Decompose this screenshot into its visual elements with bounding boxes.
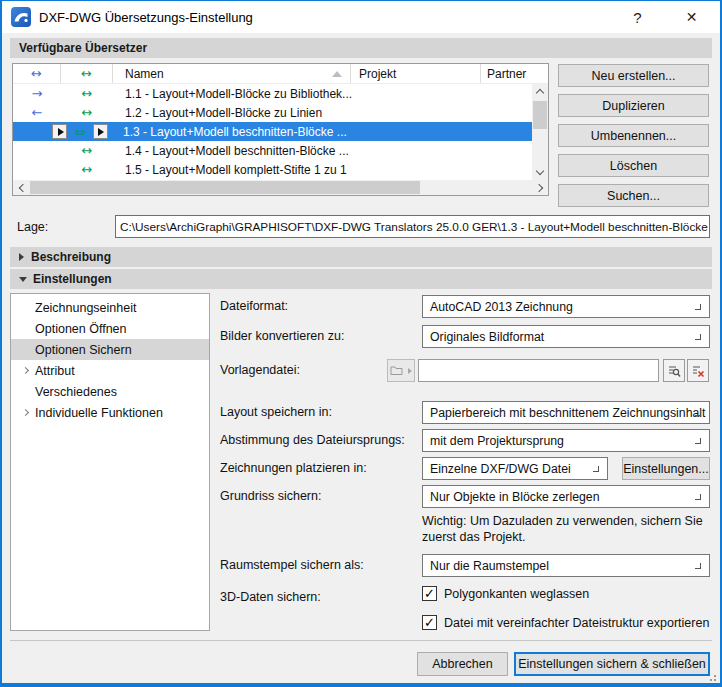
- scroll-up-icon[interactable]: [532, 84, 548, 99]
- bilder-value: Originales Bildformat: [430, 330, 544, 344]
- chevron-down-icon: [695, 438, 701, 444]
- translator-row[interactable]: → ↔ 1.1 - Layout+Modell-Blöcke zu Biblio…: [13, 84, 548, 103]
- column-namen-label: Namen: [125, 67, 164, 81]
- tree-item-label: Verschiedenes: [35, 385, 117, 399]
- resize-grip[interactable]: [706, 671, 716, 681]
- dateiformat-value: AutoCAD 2013 Zeichnung: [430, 300, 573, 314]
- location-label: Lage:: [17, 220, 48, 234]
- bilder-select[interactable]: Originales Bildformat: [422, 325, 710, 348]
- zeichnungen-select[interactable]: Einzelne DXF/DWG Datei: [422, 457, 608, 480]
- flyout-arrow-icon: [408, 368, 412, 374]
- location-path: C:\Users\ArchiGraphi\GRAPHISOFT\DXF-DWG …: [120, 220, 710, 234]
- raumstempel-select[interactable]: Nur die Raumstempel: [422, 554, 710, 577]
- grundriss-select[interactable]: Nur Objekte in Blöcke zerlegen: [422, 485, 710, 508]
- duplicate-button[interactable]: Duplizieren: [558, 94, 709, 117]
- search-button[interactable]: Suchen...: [558, 184, 709, 207]
- column-namen[interactable]: Namen: [113, 64, 351, 83]
- list-clear-icon: [691, 364, 705, 378]
- checkbox-checked-icon[interactable]: ✓: [422, 586, 437, 601]
- tree-item-optionen-oeffnen[interactable]: Optionen Öffnen: [11, 318, 209, 339]
- footer-divider: [10, 640, 712, 641]
- tree-item-optionen-sichern[interactable]: Optionen Sichern: [11, 339, 209, 360]
- tree-item-label: Optionen Sichern: [35, 343, 132, 357]
- export-arrow-icon: →: [32, 87, 43, 100]
- bilder-label: Bilder konvertieren zu:: [220, 329, 344, 343]
- grundriss-value: Nur Objekte in Blöcke zerlegen: [430, 490, 600, 504]
- bidirectional-link-icon: ⇔: [74, 125, 86, 139]
- raumstempel-value: Nur die Raumstempel: [430, 559, 549, 573]
- folder-icon: [390, 365, 406, 376]
- abstimmung-select[interactable]: mit dem Projektursprung: [422, 429, 710, 452]
- tree-item-label: Attribut: [35, 364, 75, 378]
- grundriss-label: Grundriss sichern:: [220, 489, 321, 503]
- scroll-down-icon[interactable]: [532, 165, 548, 180]
- help-button[interactable]: ?: [615, 1, 660, 33]
- delete-button[interactable]: Löschen: [558, 154, 709, 177]
- tree-item-label: Zeichnungseinheit: [35, 301, 136, 315]
- translator-name: 1.3 - Layout+Modell beschnitten-Blöcke .…: [113, 125, 347, 139]
- sort-ascending-icon: [332, 71, 342, 77]
- template-folder-button[interactable]: [387, 359, 415, 382]
- vorlagendatei-label: Vorlagendatei:: [220, 363, 300, 377]
- horizontal-scroll-thumb[interactable]: [30, 181, 420, 194]
- browse-template-button[interactable]: [663, 359, 685, 382]
- translator-name: 1.1 - Layout+Modell-Blöcke zu Bibliothek…: [113, 87, 352, 101]
- tree-item-individuelle-funktionen[interactable]: Individuelle Funktionen: [11, 402, 209, 423]
- translator-list: ↔ ↔ Namen Projekt Partner → ↔ 1.1 - Layo…: [12, 63, 549, 196]
- scroll-left-icon[interactable]: [13, 180, 29, 195]
- column-link-direction[interactable]: ↔: [61, 64, 113, 83]
- save-and-close-button[interactable]: Einstellungen sichern & schließen: [514, 652, 710, 676]
- daten3d-label: 3D-Daten sichern:: [220, 590, 321, 604]
- section-beschreibung-label: Beschreibung: [31, 250, 111, 264]
- translator-row[interactable]: ← ↔ 1.2 - Layout+Modell-Blöcke zu Linien: [13, 103, 548, 122]
- drawing-settings-button[interactable]: Einstellungen...: [622, 457, 710, 480]
- important-note: Wichtig: Um Dazuladen zu verwenden, sich…: [422, 514, 712, 545]
- column-export-direction[interactable]: ↔: [13, 64, 61, 83]
- checkbox-row[interactable]: ✓ Polygonkanten weglassen: [422, 586, 589, 601]
- tree-item-attribut[interactable]: Attribut: [11, 360, 209, 381]
- title-bar: DXF-DWG Übersetzungs-Einstellung ? ✕: [2, 1, 720, 33]
- template-file-input[interactable]: [418, 359, 659, 382]
- chevron-down-icon: [695, 494, 701, 500]
- bidirectional-green-icon: ↔: [82, 163, 93, 176]
- translator-name: 1.4 - Layout+Modell beschnitten-Blöcke .…: [113, 144, 349, 158]
- checkbox-row[interactable]: ✓ Datei mit vereinfachter Dateistruktur …: [422, 615, 709, 630]
- vertical-scroll-thumb[interactable]: [533, 101, 547, 129]
- layout-select[interactable]: Papierbereich mit beschnittenem Zeichnun…: [422, 401, 710, 424]
- zeichnungen-value: Einzelne DXF/DWG Datei: [430, 462, 571, 476]
- rename-button[interactable]: Umbenennen...: [558, 124, 709, 147]
- checkbox-checked-icon[interactable]: ✓: [422, 615, 437, 630]
- list-search-icon: [667, 364, 681, 378]
- scroll-right-icon[interactable]: [532, 180, 548, 195]
- translator-name: 1.5 - Layout+Modell komplett-Stifte 1 zu…: [113, 163, 347, 177]
- vertical-scrollbar[interactable]: [532, 84, 548, 180]
- bidirectional-green-icon: ↔: [82, 87, 93, 100]
- raumstempel-label: Raumstempel sichern als:: [220, 558, 364, 572]
- chevron-right-icon: [22, 409, 29, 416]
- horizontal-scrollbar[interactable]: [13, 180, 548, 195]
- row-action-left-button[interactable]: [52, 124, 67, 139]
- tree-item-verschiedenes[interactable]: Verschiedenes: [11, 381, 209, 402]
- abstimmung-value: mit dem Projektursprung: [430, 434, 564, 448]
- layout-value: Papierbereich mit beschnittenem Zeichnun…: [430, 406, 705, 420]
- column-partner[interactable]: Partner: [481, 64, 531, 83]
- clear-template-button[interactable]: [687, 359, 709, 382]
- translator-row[interactable]: ↔ 1.5 - Layout+Modell komplett-Stifte 1 …: [13, 160, 548, 179]
- bidirectional-blue-icon: ↔: [31, 67, 42, 80]
- tree-item-zeichnungseinheit[interactable]: Zeichnungseinheit: [11, 297, 209, 318]
- translator-row[interactable]: ↔ 1.4 - Layout+Modell beschnitten-Blöcke…: [13, 141, 548, 160]
- layout-label: Layout speichern in:: [220, 405, 332, 419]
- section-beschreibung[interactable]: Beschreibung: [10, 247, 712, 267]
- create-new-button[interactable]: Neu erstellen...: [558, 64, 709, 87]
- available-translators-title: Verfügbare Übersetzer: [19, 41, 147, 55]
- cancel-button[interactable]: Abbrechen: [417, 652, 508, 676]
- section-einstellungen[interactable]: Einstellungen: [10, 269, 712, 289]
- column-projekt[interactable]: Projekt: [351, 64, 481, 83]
- row-action-right-button[interactable]: [93, 124, 108, 139]
- bidirectional-green-icon: ↔: [81, 67, 92, 80]
- dateiformat-select[interactable]: AutoCAD 2013 Zeichnung: [422, 295, 710, 318]
- close-button[interactable]: ✕: [669, 1, 714, 33]
- translator-row-selected[interactable]: ⇔ 1.3 - Layout+Modell beschnitten-Blöcke…: [13, 122, 548, 141]
- tree-item-label: Individuelle Funktionen: [35, 406, 163, 420]
- dxf-dwg-translator-dialog: DXF-DWG Übersetzungs-Einstellung ? ✕ Ver…: [0, 0, 722, 687]
